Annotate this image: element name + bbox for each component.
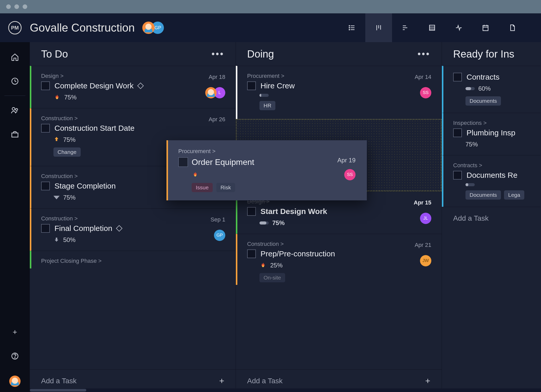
task-checkbox[interactable] <box>41 81 50 90</box>
project-members[interactable]: GP <box>142 22 164 34</box>
svg-rect-22 <box>12 133 18 137</box>
progress-bar <box>259 221 269 225</box>
card-title: Final Completion <box>54 224 112 233</box>
card-date: Sep 1 <box>211 216 226 223</box>
nav-portfolio-icon[interactable] <box>10 130 20 139</box>
traffic-light-minimize[interactable] <box>14 4 19 9</box>
task-card[interactable]: Inspections > Plumbing Insp 75% <box>442 113 540 155</box>
task-checkbox[interactable] <box>41 182 50 190</box>
column-title: Doing <box>247 48 274 60</box>
card-date: Apr 26 <box>209 116 225 123</box>
card-assignees[interactable]: JL <box>420 213 431 224</box>
add-task-button[interactable]: Add a Task <box>442 207 540 229</box>
dragging-card[interactable]: Procurement > Order Equipment Apr 19 Iss… <box>166 140 367 200</box>
task-checkbox[interactable] <box>453 73 462 81</box>
card-breadcrumb: Construction > <box>41 215 225 222</box>
task-checkbox[interactable] <box>41 224 50 233</box>
svg-point-20 <box>12 107 15 110</box>
card-title: Documents Re <box>467 171 517 180</box>
card-tag[interactable]: On-site <box>259 273 285 282</box>
kanban-board: To Do ••• Design > Complete Design Work … <box>30 42 541 392</box>
nav-team-icon[interactable] <box>10 106 20 115</box>
task-card[interactable]: Construction > Final Completion Sep 1 50… <box>30 208 236 251</box>
card-percent: 75% <box>465 141 478 148</box>
avatar-face[interactable] <box>205 87 217 98</box>
task-checkbox[interactable] <box>453 171 462 180</box>
avatar-initials[interactable]: JW <box>420 255 431 266</box>
card-date: Apr 21 <box>415 242 431 248</box>
task-card[interactable]: Contracts > Documents Re Documents Lega <box>442 155 540 207</box>
horizontal-scrollbar[interactable] <box>30 388 541 392</box>
task-checkbox[interactable] <box>247 249 256 258</box>
view-sheet[interactable] <box>419 13 445 42</box>
task-card[interactable]: Contracts 60% Documents <box>442 66 540 113</box>
column-menu-icon[interactable]: ••• <box>417 49 430 59</box>
column-cards: Contracts 60% Documents Inspections > Pl… <box>442 66 540 392</box>
task-checkbox[interactable] <box>178 157 188 167</box>
view-calendar[interactable] <box>472 13 499 42</box>
priority-low-icon <box>53 196 60 199</box>
milestone-icon <box>137 82 144 89</box>
task-checkbox[interactable] <box>453 128 462 137</box>
task-checkbox[interactable] <box>41 124 50 133</box>
column-ready: Ready for Ins Contracts 60% Documents <box>442 42 540 392</box>
card-date: Apr 14 <box>415 74 431 80</box>
app-logo[interactable]: PM <box>0 21 30 34</box>
task-card[interactable]: Design > Complete Design Work Apr 18 75% <box>30 66 236 108</box>
card-assignees[interactable]: SS <box>344 169 356 180</box>
card-tag[interactable]: Change <box>53 147 81 157</box>
view-activity[interactable] <box>445 13 472 42</box>
sidebar-user-avatar[interactable] <box>9 376 21 387</box>
card-title: Construction Start Date <box>54 124 135 133</box>
svg-rect-15 <box>483 25 488 31</box>
card-assignees[interactable]: SS <box>420 87 431 98</box>
task-checkbox[interactable] <box>247 81 256 90</box>
card-date: Apr 15 <box>414 199 431 206</box>
card-breadcrumb: Construction > <box>247 241 431 247</box>
column-menu-icon[interactable]: ••• <box>211 49 224 59</box>
priority-up-icon <box>53 136 60 143</box>
priority-fire-icon <box>53 94 61 101</box>
avatar-initials[interactable]: JL <box>420 213 431 224</box>
app-header: PM Govalle Construction GP <box>0 13 541 42</box>
logo-circle: PM <box>8 21 22 34</box>
priority-fire-icon <box>259 262 267 269</box>
svg-rect-12 <box>430 25 435 30</box>
card-tag[interactable]: Documents <box>465 190 501 200</box>
card-assignees[interactable]: GP <box>214 230 225 241</box>
column-title: To Do <box>41 48 68 60</box>
avatar-initials[interactable]: SS <box>420 87 431 98</box>
card-assignees[interactable]: JW <box>420 255 431 266</box>
view-gantt[interactable] <box>392 13 419 42</box>
card-tag[interactable]: Lega <box>504 190 524 200</box>
card-tag[interactable]: Risk <box>216 183 235 192</box>
card-breadcrumb: Project Closing Phase > <box>41 258 225 264</box>
svg-point-21 <box>16 108 18 110</box>
card-breadcrumb: Contracts > <box>453 162 530 169</box>
task-checkbox[interactable] <box>247 207 256 216</box>
task-card[interactable]: Project Closing Phase > <box>30 251 236 268</box>
nav-home-icon[interactable] <box>10 52 20 62</box>
traffic-light-zoom[interactable] <box>23 4 27 9</box>
nav-recent-icon[interactable] <box>10 77 20 86</box>
avatar-initials[interactable]: SS <box>344 169 356 180</box>
view-board[interactable] <box>365 13 392 42</box>
sidebar-add-button[interactable]: + <box>13 328 17 337</box>
nav-help-icon[interactable] <box>10 351 20 361</box>
main-area: + To Do ••• Design > Complete Design Wor… <box>0 42 541 392</box>
card-date: Apr 18 <box>209 74 225 80</box>
view-list[interactable] <box>339 13 365 42</box>
view-files[interactable] <box>499 13 526 42</box>
column-title: Ready for Ins <box>453 48 514 60</box>
priority-down-icon <box>53 236 60 244</box>
card-assignees[interactable]: L <box>205 87 225 98</box>
avatar-face[interactable] <box>142 22 155 34</box>
card-tag[interactable]: HR <box>259 101 275 110</box>
task-card[interactable]: Procurement > Hire Crew Apr 14 HR SS <box>236 66 442 119</box>
card-tag[interactable]: Documents <box>465 96 501 106</box>
avatar-initials[interactable]: GP <box>214 230 225 241</box>
task-card[interactable]: Construction > Prep/Pre-construction Apr… <box>236 234 442 285</box>
card-breadcrumb: Procurement > <box>247 73 431 79</box>
traffic-light-close[interactable] <box>6 4 11 9</box>
card-tag[interactable]: Issue <box>192 183 213 192</box>
